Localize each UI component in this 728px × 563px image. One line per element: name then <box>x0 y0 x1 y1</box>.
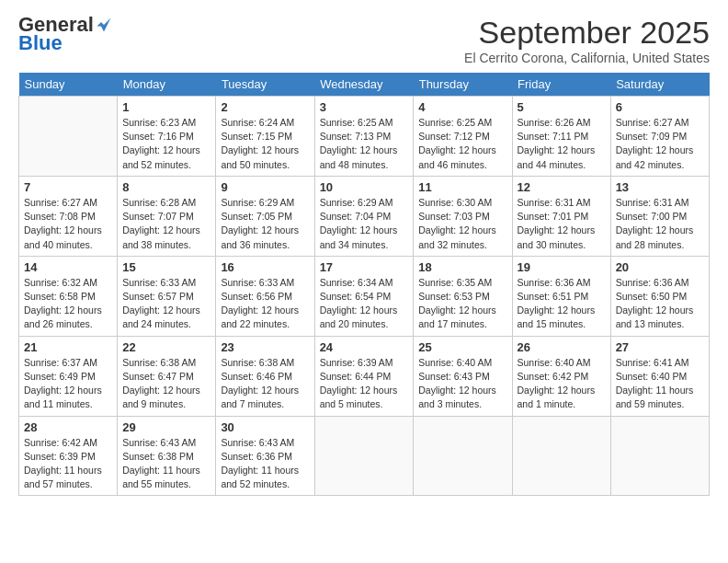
day-cell: 25Sunrise: 6:40 AMSunset: 6:43 PMDayligh… <box>414 336 512 416</box>
day-cell <box>19 97 118 177</box>
day-info: Sunrise: 6:42 AMSunset: 6:39 PMDaylight:… <box>24 436 112 492</box>
day-cell: 16Sunrise: 6:33 AMSunset: 6:56 PMDayligh… <box>216 256 314 336</box>
header-sunday: Sunday <box>19 73 118 97</box>
day-cell: 7Sunrise: 6:27 AMSunset: 7:08 PMDaylight… <box>19 176 118 256</box>
day-info: Sunrise: 6:37 AMSunset: 6:49 PMDaylight:… <box>24 356 112 412</box>
day-cell: 5Sunrise: 6:26 AMSunset: 7:11 PMDaylight… <box>512 97 610 177</box>
header-thursday: Thursday <box>414 73 512 97</box>
day-number: 19 <box>518 260 606 274</box>
day-number: 15 <box>122 260 210 274</box>
day-cell: 22Sunrise: 6:38 AMSunset: 6:47 PMDayligh… <box>118 336 216 416</box>
day-number: 7 <box>24 180 112 194</box>
day-info: Sunrise: 6:24 AMSunset: 7:15 PMDaylight:… <box>221 116 309 172</box>
day-number: 22 <box>122 340 210 354</box>
day-number: 24 <box>320 340 409 354</box>
title-area: September 2025 El Cerrito Corona, Califo… <box>464 15 710 65</box>
day-number: 21 <box>24 340 112 354</box>
day-number: 20 <box>616 260 704 274</box>
day-number: 3 <box>320 100 409 114</box>
day-cell: 26Sunrise: 6:40 AMSunset: 6:42 PMDayligh… <box>512 336 610 416</box>
day-cell <box>512 416 610 496</box>
calendar-table: SundayMondayTuesdayWednesdayThursdayFrid… <box>18 73 710 496</box>
day-number: 17 <box>320 260 409 274</box>
day-number: 8 <box>122 180 210 194</box>
day-info: Sunrise: 6:27 AMSunset: 7:09 PMDaylight:… <box>616 116 704 172</box>
day-info: Sunrise: 6:25 AMSunset: 7:12 PMDaylight:… <box>418 116 506 172</box>
day-cell: 27Sunrise: 6:41 AMSunset: 6:40 PMDayligh… <box>610 336 709 416</box>
day-number: 1 <box>122 100 210 114</box>
calendar-header-row: SundayMondayTuesdayWednesdayThursdayFrid… <box>19 73 710 97</box>
month-title: September 2025 <box>464 15 710 51</box>
day-cell: 20Sunrise: 6:36 AMSunset: 6:50 PMDayligh… <box>610 256 709 336</box>
day-number: 18 <box>418 260 506 274</box>
logo: General Blue <box>18 15 112 55</box>
logo-blue-text: Blue <box>18 31 63 55</box>
day-info: Sunrise: 6:43 AMSunset: 6:36 PMDaylight:… <box>221 436 309 492</box>
day-info: Sunrise: 6:27 AMSunset: 7:08 PMDaylight:… <box>24 196 112 252</box>
day-number: 13 <box>616 180 704 194</box>
day-cell: 15Sunrise: 6:33 AMSunset: 6:57 PMDayligh… <box>118 256 216 336</box>
day-cell: 6Sunrise: 6:27 AMSunset: 7:09 PMDaylight… <box>610 97 709 177</box>
day-cell: 28Sunrise: 6:42 AMSunset: 6:39 PMDayligh… <box>19 416 118 496</box>
day-info: Sunrise: 6:29 AMSunset: 7:04 PMDaylight:… <box>320 196 409 252</box>
day-info: Sunrise: 6:28 AMSunset: 7:07 PMDaylight:… <box>122 196 210 252</box>
day-cell: 10Sunrise: 6:29 AMSunset: 7:04 PMDayligh… <box>314 176 414 256</box>
day-number: 12 <box>518 180 606 194</box>
day-info: Sunrise: 6:31 AMSunset: 7:01 PMDaylight:… <box>518 196 606 252</box>
day-number: 10 <box>320 180 409 194</box>
day-number: 30 <box>221 420 309 434</box>
day-cell: 9Sunrise: 6:29 AMSunset: 7:05 PMDaylight… <box>216 176 314 256</box>
day-number: 29 <box>122 420 210 434</box>
day-info: Sunrise: 6:40 AMSunset: 6:42 PMDaylight:… <box>518 356 606 412</box>
day-info: Sunrise: 6:41 AMSunset: 6:40 PMDaylight:… <box>616 356 704 412</box>
header-friday: Friday <box>512 73 610 97</box>
day-info: Sunrise: 6:23 AMSunset: 7:16 PMDaylight:… <box>122 116 210 172</box>
day-info: Sunrise: 6:39 AMSunset: 6:44 PMDaylight:… <box>320 356 409 412</box>
day-cell: 3Sunrise: 6:25 AMSunset: 7:13 PMDaylight… <box>314 97 414 177</box>
day-cell: 21Sunrise: 6:37 AMSunset: 6:49 PMDayligh… <box>19 336 118 416</box>
header-monday: Monday <box>118 73 216 97</box>
day-number: 25 <box>418 340 506 354</box>
day-number: 11 <box>418 180 506 194</box>
day-number: 2 <box>221 100 309 114</box>
day-cell: 12Sunrise: 6:31 AMSunset: 7:01 PMDayligh… <box>512 176 610 256</box>
day-info: Sunrise: 6:38 AMSunset: 6:46 PMDaylight:… <box>221 356 309 412</box>
day-info: Sunrise: 6:33 AMSunset: 6:56 PMDaylight:… <box>221 276 309 332</box>
day-cell <box>414 416 512 496</box>
day-info: Sunrise: 6:43 AMSunset: 6:38 PMDaylight:… <box>122 436 210 492</box>
day-info: Sunrise: 6:35 AMSunset: 6:53 PMDaylight:… <box>418 276 506 332</box>
day-number: 6 <box>616 100 704 114</box>
day-cell: 17Sunrise: 6:34 AMSunset: 6:54 PMDayligh… <box>314 256 414 336</box>
day-info: Sunrise: 6:26 AMSunset: 7:11 PMDaylight:… <box>518 116 606 172</box>
day-cell: 8Sunrise: 6:28 AMSunset: 7:07 PMDaylight… <box>118 176 216 256</box>
header-wednesday: Wednesday <box>314 73 414 97</box>
day-info: Sunrise: 6:36 AMSunset: 6:51 PMDaylight:… <box>518 276 606 332</box>
day-cell: 4Sunrise: 6:25 AMSunset: 7:12 PMDaylight… <box>414 97 512 177</box>
header: General Blue September 2025 El Cerrito C… <box>18 15 710 65</box>
day-cell: 11Sunrise: 6:30 AMSunset: 7:03 PMDayligh… <box>414 176 512 256</box>
day-number: 4 <box>418 100 506 114</box>
day-info: Sunrise: 6:30 AMSunset: 7:03 PMDaylight:… <box>418 196 506 252</box>
day-info: Sunrise: 6:29 AMSunset: 7:05 PMDaylight:… <box>221 196 309 252</box>
logo-bird-icon <box>96 17 112 33</box>
day-cell: 19Sunrise: 6:36 AMSunset: 6:51 PMDayligh… <box>512 256 610 336</box>
day-info: Sunrise: 6:36 AMSunset: 6:50 PMDaylight:… <box>616 276 704 332</box>
day-cell: 18Sunrise: 6:35 AMSunset: 6:53 PMDayligh… <box>414 256 512 336</box>
week-row-1: 1Sunrise: 6:23 AMSunset: 7:16 PMDaylight… <box>19 97 710 177</box>
day-number: 26 <box>518 340 606 354</box>
day-info: Sunrise: 6:34 AMSunset: 6:54 PMDaylight:… <box>320 276 409 332</box>
day-cell: 23Sunrise: 6:38 AMSunset: 6:46 PMDayligh… <box>216 336 314 416</box>
week-row-2: 7Sunrise: 6:27 AMSunset: 7:08 PMDaylight… <box>19 176 710 256</box>
day-info: Sunrise: 6:31 AMSunset: 7:00 PMDaylight:… <box>616 196 704 252</box>
week-row-3: 14Sunrise: 6:32 AMSunset: 6:58 PMDayligh… <box>19 256 710 336</box>
day-cell: 1Sunrise: 6:23 AMSunset: 7:16 PMDaylight… <box>118 97 216 177</box>
day-info: Sunrise: 6:32 AMSunset: 6:58 PMDaylight:… <box>24 276 112 332</box>
day-number: 5 <box>518 100 606 114</box>
header-saturday: Saturday <box>610 73 709 97</box>
day-number: 28 <box>24 420 112 434</box>
day-cell <box>610 416 709 496</box>
day-number: 14 <box>24 260 112 274</box>
day-number: 9 <box>221 180 309 194</box>
day-cell <box>314 416 414 496</box>
day-cell: 2Sunrise: 6:24 AMSunset: 7:15 PMDaylight… <box>216 97 314 177</box>
